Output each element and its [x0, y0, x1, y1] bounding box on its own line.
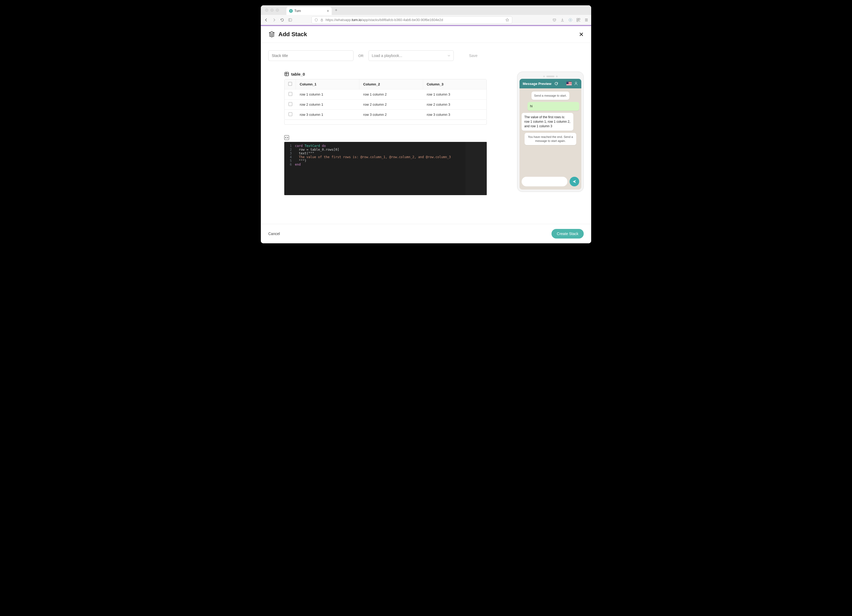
preview-header: Message Preview — [520, 79, 581, 88]
column-header[interactable]: Column_1 — [296, 79, 360, 89]
svg-rect-5 — [577, 18, 578, 20]
svg-rect-7 — [577, 20, 578, 21]
table-footer-area — [284, 120, 487, 125]
bot-message: The value of the first rows is: row 1 co… — [522, 113, 573, 130]
table-row[interactable]: row 2 column 1 row 2 column 2 row 2 colu… — [284, 99, 486, 110]
send-button[interactable] — [570, 177, 579, 186]
url-text: https://whatsapp.turn.io/app/stacks/b8f8… — [326, 18, 443, 22]
app: Add Stack OR Load a playbook... Save — [261, 26, 591, 243]
footer: Cancel Create Stack — [261, 224, 591, 243]
cancel-button[interactable]: Cancel — [268, 232, 280, 236]
svg-rect-8 — [579, 20, 579, 21]
page-title: Add Stack — [268, 31, 307, 38]
svg-rect-6 — [579, 18, 580, 20]
create-stack-button[interactable]: Create Stack — [551, 229, 584, 238]
playbook-select[interactable]: Load a playbook... — [369, 50, 454, 61]
column-header[interactable]: Column_2 — [360, 79, 423, 89]
svg-point-4 — [570, 20, 571, 21]
tab-favicon-icon: t — [289, 9, 293, 13]
data-table: Column_1 Column_2 Column_3 row 1 column … — [284, 79, 487, 120]
flag-icon[interactable] — [566, 82, 572, 86]
svg-rect-13 — [285, 72, 289, 76]
bookmark-star-icon[interactable] — [505, 18, 509, 22]
new-tab-button[interactable]: + — [335, 8, 337, 12]
preview-title: Message Preview — [523, 82, 551, 86]
browser-tab[interactable]: t Turn × — [286, 7, 332, 15]
back-button[interactable] — [263, 17, 269, 23]
row-checkbox[interactable] — [289, 102, 292, 106]
chevron-down-icon — [447, 54, 450, 57]
or-label: OR — [358, 54, 364, 58]
user-message: hi — [527, 102, 579, 111]
row-checkbox[interactable] — [289, 92, 292, 96]
window-close[interactable] — [265, 9, 268, 12]
column-header[interactable]: Column_3 — [423, 79, 486, 89]
table-name-label: table_0 — [284, 72, 487, 77]
row-checkbox[interactable] — [289, 112, 292, 116]
qr-icon[interactable] — [576, 18, 580, 22]
reload-button[interactable] — [279, 17, 285, 23]
table-row[interactable]: row 3 column 1 row 3 column 2 row 3 colu… — [284, 110, 486, 119]
phone-preview: Message Preview Send a message to start.… — [517, 72, 584, 192]
user-icon[interactable] — [574, 81, 578, 86]
refresh-icon[interactable] — [554, 81, 558, 86]
playbook-placeholder: Load a playbook... — [372, 54, 402, 58]
browser-tab-bar: t Turn × + — [261, 5, 591, 15]
downloads-icon[interactable] — [560, 18, 565, 22]
stack-title-input[interactable] — [268, 50, 353, 61]
window-controls — [263, 9, 281, 12]
menu-icon[interactable] — [584, 18, 589, 22]
browser-toolbar: https://whatsapp.turn.io/app/stacks/b8f8… — [261, 15, 591, 25]
save-button[interactable]: Save — [469, 54, 478, 58]
system-message: Send a message to start. — [532, 92, 570, 100]
extension-icon[interactable] — [568, 18, 573, 22]
close-button[interactable] — [579, 32, 584, 37]
select-all-checkbox[interactable] — [288, 82, 292, 86]
shield-icon — [314, 18, 318, 22]
svg-rect-9 — [579, 21, 580, 21]
stack-icon — [268, 31, 275, 38]
phone-notch — [520, 74, 581, 79]
browser-chrome: t Turn × + https://whatsa — [261, 5, 591, 26]
tab-close-icon[interactable]: × — [327, 9, 329, 13]
table-header-row: Column_1 Column_2 Column_3 — [284, 79, 486, 89]
app-header: Add Stack — [261, 26, 591, 43]
code-icon[interactable] — [284, 135, 289, 140]
chat-body: Send a message to start. hi The value of… — [520, 88, 581, 190]
controls-row: OR Load a playbook... Save — [268, 50, 584, 61]
svg-point-16 — [575, 82, 577, 84]
url-bar[interactable]: https://whatsapp.turn.io/app/stacks/b8f8… — [311, 16, 512, 24]
system-message: You have reached the end. Send a message… — [524, 133, 576, 145]
chat-input[interactable] — [522, 177, 568, 186]
table-row[interactable]: row 1 column 1 row 1 column 2 row 1 colu… — [284, 89, 486, 99]
lock-icon — [320, 18, 323, 22]
chat-input-row — [522, 177, 579, 186]
content: OR Load a playbook... Save table_0 — [261, 43, 591, 224]
window-zoom[interactable] — [276, 9, 279, 12]
svg-rect-0 — [289, 19, 292, 21]
toolbar-icons — [552, 18, 589, 22]
tab-title: Turn — [295, 9, 301, 13]
window-minimize[interactable] — [270, 9, 273, 12]
sidebar-toggle-icon[interactable] — [287, 17, 293, 23]
svg-rect-2 — [321, 20, 323, 21]
table-icon — [284, 72, 289, 77]
minimap[interactable] — [465, 142, 487, 195]
pocket-icon[interactable] — [552, 18, 557, 22]
code-editor[interactable]: 1card TextCard do 2 row = table_0.rows[0… — [284, 142, 487, 195]
forward-button[interactable] — [272, 17, 277, 23]
